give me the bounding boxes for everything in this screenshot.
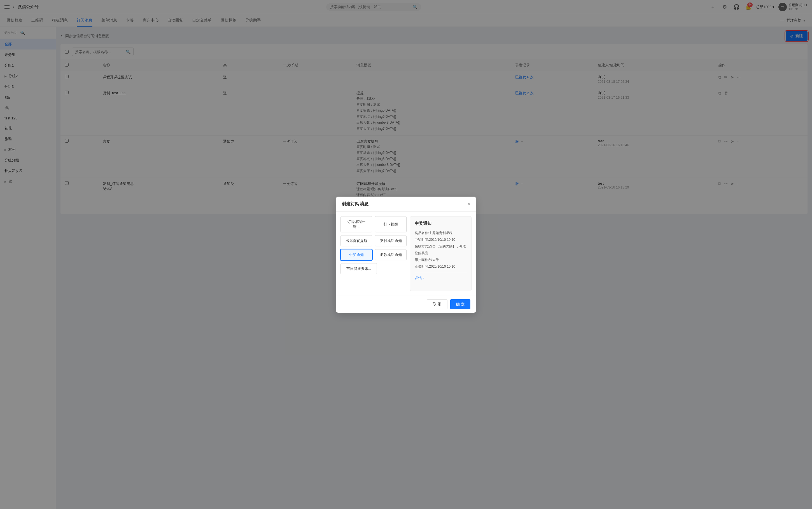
create-modal: 创建订阅消息 × 订阅课程开课... 打卡提醒 出席喜宴提醒 支付成功通知 中奖… — [336, 197, 476, 313]
modal-preview: 中奖通知 奖品名称:主题馆定制课程 中奖时间:2019/10/10 10:10 … — [410, 216, 471, 291]
preview-line-1: 中奖时间:2019/10/10 10:10 — [415, 236, 467, 243]
preview-divider — [415, 273, 467, 273]
modal-btn-row-3: 中奖通知 退款成功通知 — [341, 249, 407, 260]
modal-btn-row-4: 节日健康资讯... — [341, 263, 407, 274]
preview-line-3: 用户昵称:张大千 — [415, 257, 467, 263]
template-btn-打卡[interactable]: 打卡提醒 — [375, 216, 407, 232]
template-btn-节日[interactable]: 节日健康资讯... — [341, 263, 377, 274]
preview-line-4: 兑换时间:2020/10/10 10:10 — [415, 263, 467, 270]
template-btn-支付[interactable]: 支付成功通知 — [375, 235, 407, 246]
preview-line-2: 领取方式:点击【我的奖励】，领取您的奖品 — [415, 243, 467, 257]
template-btn-0[interactable]: 订阅课程开课... — [341, 216, 372, 232]
preview-line-0: 奖品名称:主题馆定制课程 — [415, 230, 467, 236]
modal-title: 创建订阅消息 — [342, 201, 369, 207]
preview-title: 中奖通知 — [415, 221, 467, 226]
modal-overlay: 创建订阅消息 × 订阅课程开课... 打卡提醒 出席喜宴提醒 支付成功通知 中奖… — [0, 0, 812, 509]
cancel-button[interactable]: 取 消 — [427, 299, 447, 309]
modal-btn-row-2: 出席喜宴提醒 支付成功通知 — [341, 235, 407, 246]
preview-detail-link[interactable]: 详情 › — [415, 276, 467, 281]
modal-btn-row-1: 订阅课程开课... 打卡提醒 — [341, 216, 407, 232]
modal-body: 订阅课程开课... 打卡提醒 出席喜宴提醒 支付成功通知 中奖通知 退款成功通知… — [336, 212, 476, 296]
modal-close-button[interactable]: × — [467, 201, 470, 207]
template-btn-喜宴[interactable]: 出席喜宴提醒 — [341, 235, 372, 246]
modal-footer: 取 消 确 定 — [336, 296, 476, 313]
template-btn-中奖[interactable]: 中奖通知 — [341, 249, 372, 260]
modal-template-list: 订阅课程开课... 打卡提醒 出席喜宴提醒 支付成功通知 中奖通知 退款成功通知… — [341, 216, 410, 291]
template-btn-退款[interactable]: 退款成功通知 — [375, 249, 407, 260]
modal-header: 创建订阅消息 × — [336, 197, 476, 212]
confirm-button[interactable]: 确 定 — [450, 299, 470, 309]
